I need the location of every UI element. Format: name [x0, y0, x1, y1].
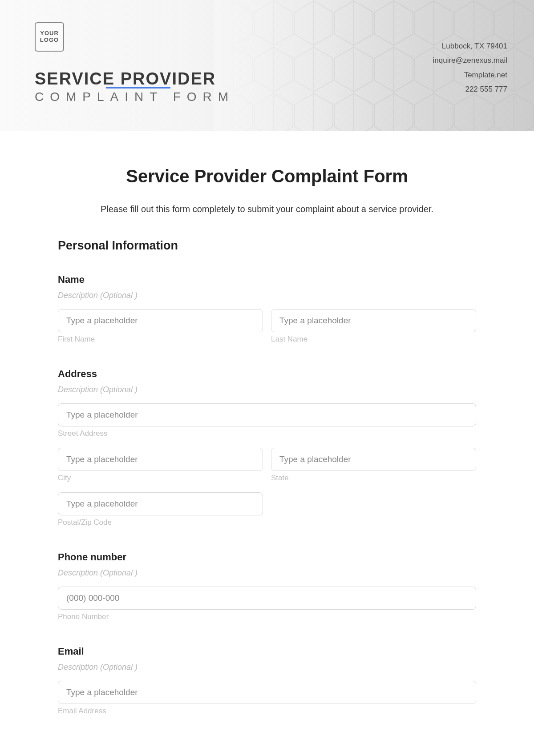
phone-input[interactable]	[58, 587, 476, 610]
contact-block: Lubbock, TX 79401 inquire@zenexus.mail T…	[433, 39, 507, 97]
hero-title-line2: COMPLAINT FORM	[35, 90, 235, 104]
first-name-input[interactable]	[58, 309, 263, 332]
logo-text: YOUR LOGO	[40, 30, 59, 44]
email-field-wrap: Email Address	[58, 681, 476, 716]
phone-label: Phone number	[58, 551, 476, 563]
last-name-field-wrap: Last Name	[271, 309, 476, 344]
zip-field-wrap: Postal/Zip Code	[58, 492, 263, 527]
address-group: Address Description (Optional ) Street A…	[58, 368, 476, 527]
street-input[interactable]	[58, 403, 476, 426]
hero-title-line1-text: SERVICE PROVIDER	[35, 69, 216, 88]
email-input[interactable]	[58, 681, 476, 704]
phone-field-wrap: Phone Number	[58, 587, 476, 621]
city-sublabel: City	[58, 474, 263, 483]
state-input[interactable]	[271, 448, 476, 471]
phone-group: Phone number Description (Optional ) Pho…	[58, 551, 476, 621]
city-input[interactable]	[58, 448, 263, 471]
address-label: Address	[58, 368, 476, 380]
section-personal-heading: Personal Information	[58, 239, 476, 253]
email-label: Email	[58, 646, 476, 657]
title-underline-accent	[106, 87, 170, 88]
zip-sublabel: Postal/Zip Code	[58, 518, 263, 527]
last-name-sublabel: Last Name	[271, 335, 476, 344]
form-page: Service Provider Complaint Form Please f…	[0, 131, 534, 716]
name-label: Name	[58, 274, 476, 286]
name-group: Name Description (Optional ) First Name …	[58, 274, 476, 344]
contact-email: inquire@zenexus.mail	[433, 53, 507, 68]
contact-address: Lubbock, TX 79401	[433, 39, 507, 53]
first-name-sublabel: First Name	[58, 335, 263, 344]
hero-title-line1: SERVICE PROVIDER	[35, 70, 235, 87]
state-sublabel: State	[271, 474, 476, 483]
logo-placeholder: YOUR LOGO	[35, 22, 64, 52]
page-intro: Please fill out this form completely to …	[58, 204, 476, 214]
name-description: Description (Optional )	[58, 291, 476, 300]
city-field-wrap: City	[58, 448, 263, 483]
hero-title: SERVICE PROVIDER COMPLAINT FORM	[35, 70, 235, 104]
zip-input[interactable]	[58, 492, 263, 515]
contact-site: Template.net	[433, 68, 507, 82]
email-sublabel: Email Address	[58, 707, 476, 716]
email-description: Description (Optional )	[58, 663, 476, 672]
address-description: Description (Optional )	[58, 385, 476, 394]
last-name-input[interactable]	[271, 309, 476, 332]
contact-phone: 222 555 777	[433, 82, 507, 97]
page-title: Service Provider Complaint Form	[58, 166, 476, 186]
first-name-field-wrap: First Name	[58, 309, 263, 344]
phone-sublabel: Phone Number	[58, 612, 476, 621]
phone-description: Description (Optional )	[58, 568, 476, 578]
street-field-wrap: Street Address	[58, 403, 476, 438]
state-field-wrap: State	[271, 448, 476, 483]
street-sublabel: Street Address	[58, 429, 476, 438]
hero-banner: YOUR LOGO SERVICE PROVIDER COMPLAINT FOR…	[0, 0, 534, 131]
email-group: Email Description (Optional ) Email Addr…	[58, 646, 476, 716]
